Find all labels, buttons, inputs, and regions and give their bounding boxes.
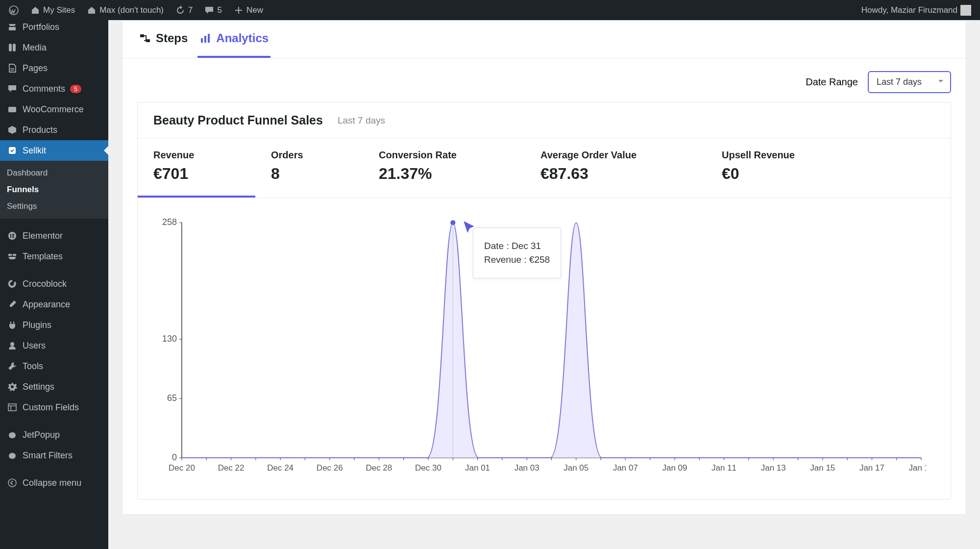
metric-orders[interactable]: Orders 8: [255, 139, 363, 198]
date-range-select[interactable]: Last 7 days: [868, 71, 951, 93]
crocoblock-icon: [7, 278, 18, 289]
sidebar-item-label: Tools: [23, 361, 43, 372]
sidebar-item-label: Appearance: [23, 299, 70, 310]
tools-icon: [7, 361, 18, 372]
sidebar-item-crocoblock[interactable]: Crocoblock: [0, 274, 108, 294]
svg-text:Dec 24: Dec 24: [267, 463, 294, 473]
tab-analytics[interactable]: Analytics: [197, 21, 270, 58]
card-title: Beauty Product Funnel Sales: [153, 113, 323, 127]
sellkit-icon: [7, 145, 18, 156]
svg-rect-5: [12, 234, 14, 235]
sidebar-item-label: Media: [23, 43, 47, 53]
tab-steps[interactable]: Steps: [137, 21, 190, 58]
sidebar-item-sellkit[interactable]: Sellkit: [0, 140, 108, 161]
howdy-account[interactable]: Howdy, Maziar Firuzmand: [858, 0, 975, 20]
avatar-icon: [960, 5, 971, 16]
sidebar-item-smart-filters[interactable]: Smart Filters: [0, 445, 108, 466]
submenu-item[interactable]: Dashboard: [0, 165, 108, 181]
woocommerce-icon: [7, 104, 18, 115]
sidebar-item-plugins[interactable]: Plugins: [0, 315, 108, 335]
svg-rect-7: [12, 237, 14, 238]
metric-upsell-revenue[interactable]: Upsell Revenue €0: [706, 139, 810, 198]
svg-text:Dec 20: Dec 20: [169, 463, 195, 473]
metric-conversion-rate[interactable]: Conversion Rate 21.37%: [363, 139, 525, 198]
jetpopup-icon: [7, 429, 18, 440]
svg-text:258: 258: [162, 217, 177, 227]
sidebar-item-tools[interactable]: Tools: [0, 356, 108, 376]
my-sites-link[interactable]: My Sites: [26, 0, 79, 20]
main-content: Steps Analytics Date Range Last 7 days B…: [108, 20, 980, 549]
sidebar-item-label: Portfolios: [23, 22, 59, 32]
sidebar-item-settings[interactable]: Settings: [0, 376, 108, 397]
sidebar-item-label: WooCommerce: [23, 104, 84, 115]
svg-text:Jan 11: Jan 11: [711, 463, 736, 473]
products-icon: [7, 125, 18, 135]
svg-rect-12: [9, 453, 16, 459]
sidebar-item-label: Pages: [23, 63, 48, 74]
svg-text:Jan 05: Jan 05: [564, 463, 588, 473]
metric-average-order-value[interactable]: Average Order Value €87.63: [525, 139, 706, 198]
tab-steps-label: Steps: [156, 31, 188, 45]
templates-icon: [7, 251, 18, 262]
sidebar-item-elementor[interactable]: Elementor: [0, 225, 108, 246]
collapse-menu[interactable]: Collapse menu: [0, 473, 108, 493]
svg-rect-10: [8, 404, 16, 411]
sidebar-item-label: Products: [23, 125, 57, 135]
svg-text:Jan 07: Jan 07: [613, 463, 638, 473]
svg-rect-17: [204, 36, 206, 43]
sidebar-item-portfolios[interactable]: Portfolios: [0, 20, 108, 37]
sidebar-item-label: JetPopup: [23, 430, 60, 440]
sidebar-item-label: Users: [23, 341, 46, 351]
sidebar-item-comments[interactable]: Comments 5: [0, 78, 108, 99]
new-content-link[interactable]: New: [230, 0, 267, 20]
svg-text:Dec 30: Dec 30: [415, 463, 441, 473]
comments-link[interactable]: 5: [200, 0, 225, 20]
metric-revenue[interactable]: Revenue €701: [138, 139, 255, 198]
admin-sidebar: Portfolios Media Pages Comments 5 WooCom…: [0, 20, 108, 549]
sidebar-item-templates[interactable]: Templates: [0, 246, 108, 267]
updates-link[interactable]: 7: [172, 0, 196, 20]
svg-text:Jan 09: Jan 09: [662, 463, 687, 473]
sidebar-item-jetpopup[interactable]: JetPopup: [0, 424, 108, 445]
comments-icon: [7, 83, 18, 94]
media-icon: [7, 42, 18, 53]
custom-fields-icon: [7, 402, 18, 413]
sidebar-item-appearance[interactable]: Appearance: [0, 294, 108, 315]
card-subtitle: Last 7 days: [338, 115, 385, 126]
svg-text:Dec 28: Dec 28: [366, 463, 392, 473]
sidebar-item-label: Settings: [23, 382, 54, 392]
svg-rect-16: [201, 38, 203, 43]
smart-filters-icon: [7, 450, 18, 461]
wp-admin-bar: My Sites Max (don't touch) 7 5 New Howdy…: [0, 0, 980, 20]
svg-text:Jan 19: Jan 19: [909, 463, 926, 473]
sidebar-item-label: Sellkit: [23, 146, 46, 156]
metric-value: €0: [722, 165, 795, 183]
svg-text:Jan 17: Jan 17: [859, 463, 884, 473]
metric-value: 21.37%: [379, 165, 509, 183]
svg-rect-14: [140, 34, 144, 37]
sidebar-item-label: Crocoblock: [23, 279, 67, 289]
sidebar-item-users[interactable]: Users: [0, 335, 108, 356]
users-icon: [7, 340, 18, 351]
svg-point-9: [11, 385, 14, 388]
svg-rect-11: [9, 432, 16, 438]
sidebar-item-media[interactable]: Media: [0, 37, 108, 58]
sidebar-item-label: Plugins: [23, 320, 51, 330]
sidebar-item-pages[interactable]: Pages: [0, 58, 108, 78]
svg-point-77: [450, 220, 455, 225]
submenu-item[interactable]: Funnels: [0, 181, 108, 198]
sidebar-item-products[interactable]: Products: [0, 120, 108, 140]
metric-label: Orders: [271, 150, 347, 161]
svg-rect-15: [146, 39, 150, 42]
sidebar-item-woocommerce[interactable]: WooCommerce: [0, 99, 108, 120]
site-name-link[interactable]: Max (don't touch): [83, 0, 168, 20]
submenu-item[interactable]: Settings: [0, 198, 108, 215]
wp-logo[interactable]: [5, 0, 23, 20]
sidebar-item-custom-fields[interactable]: Custom Fields: [0, 397, 108, 418]
sidebar-item-label: Comments: [23, 84, 65, 94]
svg-rect-4: [10, 234, 11, 238]
svg-text:Jan 03: Jan 03: [514, 463, 539, 473]
tab-analytics-label: Analytics: [216, 31, 269, 45]
svg-text:Jan 01: Jan 01: [465, 463, 490, 473]
chart-area[interactable]: 065130258Dec 20Dec 22Dec 24Dec 26Dec 28D…: [138, 198, 951, 499]
